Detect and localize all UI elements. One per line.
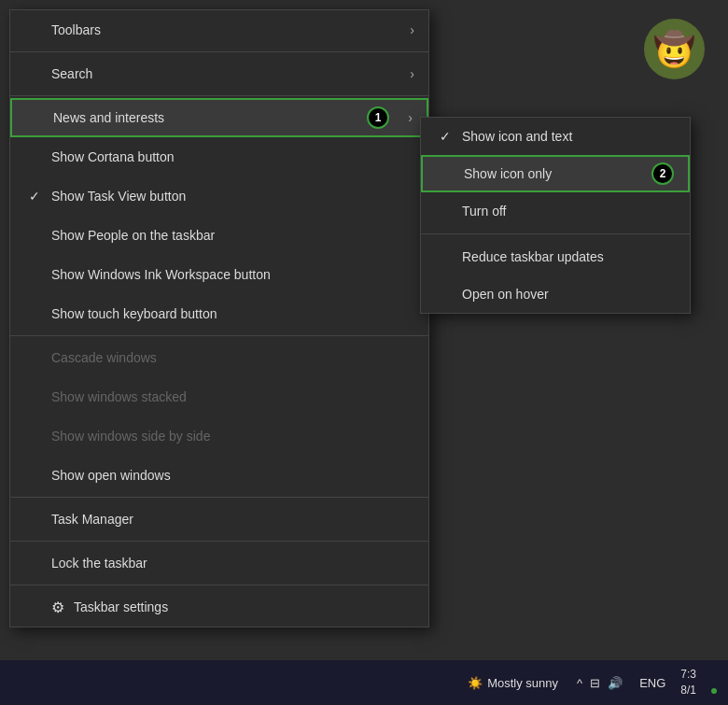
menu-item-cortana[interactable]: Show Cortana button xyxy=(10,137,428,176)
menu-divider xyxy=(10,95,428,96)
submenu-label-icon-only: Show icon only xyxy=(464,166,552,181)
submenu-label-reduce: Reduce taskbar updates xyxy=(462,249,604,264)
gear-icon: ⚙ xyxy=(51,599,64,616)
weather-icon: ☀️ xyxy=(468,676,483,690)
submenu-item-icon-text[interactable]: ✓Show icon and text xyxy=(421,118,690,155)
clock-time: 7:3 xyxy=(680,667,696,683)
network-icon[interactable]: ⊟ xyxy=(590,676,600,690)
menu-item-search[interactable]: Search› xyxy=(10,54,428,93)
badge-news: 1 xyxy=(367,106,389,129)
menu-label-lock: Lock the taskbar xyxy=(51,556,147,571)
avatar: 🤠 xyxy=(644,19,709,84)
submenu-label-icon-text: Show icon and text xyxy=(462,129,572,144)
menu-label-cortana: Show Cortana button xyxy=(51,149,175,164)
submenu-item-hover[interactable]: Open on hover xyxy=(421,275,690,313)
menu-item-settings[interactable]: ⚙Taskbar settings xyxy=(10,587,428,627)
arrow-icon-toolbars: › xyxy=(410,22,414,37)
language-indicator[interactable]: ENG xyxy=(634,676,671,690)
menu-label-taskview: Show Task View button xyxy=(51,189,186,204)
menu-label-openwindows: Show open windows xyxy=(51,468,171,483)
taskbar-context-menu: Toolbars›Search›News and interests›1Show… xyxy=(9,9,429,627)
menu-item-stacked: Show windows stacked xyxy=(10,377,428,416)
submenu-item-icon-only[interactable]: Show icon only2 xyxy=(421,155,690,192)
weather-widget[interactable]: ☀️ Mostly sunny xyxy=(460,672,566,694)
menu-label-ink: Show Windows Ink Workspace button xyxy=(51,267,271,282)
menu-label-search: Search xyxy=(51,66,92,81)
menu-item-toolbars[interactable]: Toolbars› xyxy=(10,10,428,49)
menu-label-taskmanager: Task Manager xyxy=(51,512,133,527)
submenu-label-turn-off: Turn off xyxy=(462,204,506,219)
menu-label-news: News and interests xyxy=(53,110,164,125)
menu-divider xyxy=(10,335,428,336)
clock[interactable]: 7:3 8/1 xyxy=(677,667,700,698)
menu-label-cascade: Cascade windows xyxy=(51,350,157,365)
menu-item-openwindows[interactable]: Show open windows xyxy=(10,456,428,495)
news-submenu: ✓Show icon and textShow icon only2Turn o… xyxy=(420,117,691,314)
menu-item-taskmanager[interactable]: Task Manager xyxy=(10,500,428,539)
language-text: ENG xyxy=(639,676,665,690)
menu-item-cascade: Cascade windows xyxy=(10,338,428,377)
submenu-badge-icon-only: 2 xyxy=(651,162,674,185)
menu-label-people: Show People on the taskbar xyxy=(51,228,215,243)
menu-item-people[interactable]: Show People on the taskbar xyxy=(10,216,428,255)
taskbar-right-section: ☀️ Mostly sunny ^ ⊟ 🔊 ENG 7:3 8/1 xyxy=(460,664,721,701)
menu-label-toolbars: Toolbars xyxy=(51,22,101,37)
system-tray[interactable]: ^ ⊟ 🔊 xyxy=(571,676,628,690)
avatar-image: 🤠 xyxy=(644,19,705,79)
checkmark-taskview: ✓ xyxy=(29,189,48,204)
chevron-icon[interactable]: ^ xyxy=(577,676,582,690)
arrow-icon-news: › xyxy=(408,110,413,125)
clock-date: 8/1 xyxy=(680,683,696,698)
menu-item-news[interactable]: News and interests›1 xyxy=(10,98,428,137)
weather-text: Mostly sunny xyxy=(487,676,558,690)
submenu-item-turn-off[interactable]: Turn off xyxy=(421,192,690,230)
menu-divider xyxy=(10,497,428,498)
submenu-item-reduce[interactable]: Reduce taskbar updates xyxy=(421,238,690,275)
notification-dot xyxy=(711,688,717,694)
menu-item-lock[interactable]: Lock the taskbar xyxy=(10,543,428,583)
taskbar: ☀️ Mostly sunny ^ ⊟ 🔊 ENG 7:3 8/1 xyxy=(0,660,728,705)
submenu-divider xyxy=(421,233,690,234)
arrow-icon-search: › xyxy=(410,66,414,81)
menu-divider xyxy=(10,541,428,542)
menu-item-touch[interactable]: Show touch keyboard button xyxy=(10,294,428,333)
menu-label-touch: Show touch keyboard button xyxy=(51,306,217,321)
menu-item-sidebyside: Show windows side by side xyxy=(10,416,428,456)
menu-item-ink[interactable]: Show Windows Ink Workspace button xyxy=(10,255,428,294)
menu-label-sidebyside: Show windows side by side xyxy=(51,429,210,444)
submenu-label-hover: Open on hover xyxy=(462,287,549,302)
menu-item-taskview[interactable]: ✓Show Task View button xyxy=(10,176,428,216)
volume-icon[interactable]: 🔊 xyxy=(608,676,623,690)
menu-label-stacked: Show windows stacked xyxy=(51,389,187,404)
menu-divider xyxy=(10,585,428,585)
notification-area[interactable] xyxy=(706,664,721,701)
submenu-checkmark-icon-text: ✓ xyxy=(440,129,462,144)
menu-label-settings: Taskbar settings xyxy=(74,599,168,614)
menu-divider xyxy=(10,51,428,52)
